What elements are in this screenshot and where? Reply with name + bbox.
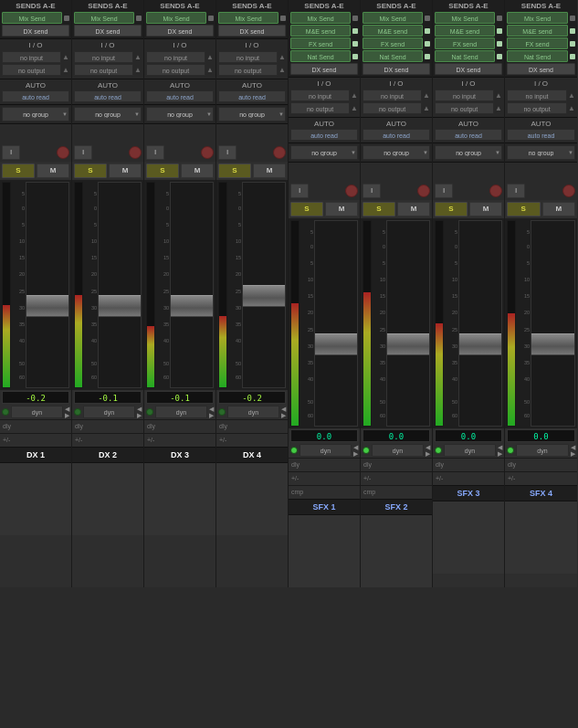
io-output-arrow[interactable]: ▲ <box>423 104 430 112</box>
input-btn-sfx3[interactable]: I <box>435 184 453 198</box>
send-btn-0-sfx1[interactable]: Mix Send <box>290 12 351 24</box>
rec-btn-dx3[interactable] <box>201 146 214 159</box>
dx-send-btn-sfx3[interactable]: DX send <box>435 63 502 75</box>
io-input-btn-sfx2[interactable]: no input <box>363 90 422 101</box>
io-output-btn-dx3[interactable]: no output <box>146 64 205 76</box>
io-input-arrow[interactable]: ▲ <box>351 91 358 100</box>
send-btn-2-sfx3[interactable]: FX send <box>435 37 495 49</box>
fader-knob-sfx1[interactable] <box>315 333 357 355</box>
fader-knob-sfx4[interactable] <box>531 333 574 355</box>
group-select-dx1[interactable]: no group <box>2 107 69 121</box>
mute-btn-dx4[interactable]: M <box>253 164 286 178</box>
dyn-arrow-down-dx1[interactable]: ▶ <box>65 413 69 418</box>
solo-btn-sfx3[interactable]: S <box>435 202 468 216</box>
io-input-arrow[interactable]: ▲ <box>568 91 575 100</box>
dyn-arrow-down-sfx3[interactable]: ▶ <box>498 451 502 457</box>
group-select-sfx4[interactable]: no group <box>507 145 575 160</box>
send-btn-3-sfx2[interactable]: Nat Send <box>363 50 423 62</box>
io-output-arrow[interactable]: ▲ <box>206 66 214 74</box>
dyn-arrow-up-dx2[interactable]: ◀ <box>137 406 142 412</box>
solo-btn-dx1[interactable]: S <box>2 164 35 178</box>
dyn-arrow-up-sfx3[interactable]: ◀ <box>498 445 502 450</box>
dyn-arrow-down-dx4[interactable]: ▶ <box>281 413 286 418</box>
fader-sfx3[interactable] <box>458 220 502 427</box>
io-input-arrow[interactable]: ▲ <box>206 53 214 61</box>
group-select-sfx2[interactable]: no group <box>363 145 430 160</box>
send-btn-2-sfx1[interactable]: FX send <box>290 37 351 49</box>
send-btn-0-sfx3[interactable]: Mix Send <box>435 12 495 24</box>
dx-send-btn-sfx2[interactable]: DX send <box>363 63 430 75</box>
io-input-arrow[interactable]: ▲ <box>423 91 430 100</box>
io-output-arrow[interactable]: ▲ <box>278 66 286 74</box>
fader-knob-dx2[interactable] <box>99 295 141 317</box>
dx-send-btn-dx3[interactable]: DX send <box>146 25 214 37</box>
input-btn-sfx4[interactable]: I <box>507 184 525 198</box>
input-btn-sfx1[interactable]: I <box>290 184 309 198</box>
io-input-btn-sfx3[interactable]: no input <box>435 90 494 101</box>
send-btn-1-sfx2[interactable]: M&E send <box>363 25 423 37</box>
fader-knob-dx4[interactable] <box>243 285 285 307</box>
auto-mode-btn-dx4[interactable]: auto read <box>218 90 286 102</box>
solo-btn-dx2[interactable]: S <box>74 164 107 178</box>
io-input-btn-sfx4[interactable]: no input <box>507 90 567 101</box>
fader-sfx1[interactable] <box>314 220 358 427</box>
send-btn-2-sfx4[interactable]: FX send <box>507 37 568 49</box>
rec-btn-sfx1[interactable] <box>345 185 358 197</box>
group-select-dx2[interactable]: no group <box>74 107 142 121</box>
input-btn-dx1[interactable]: I <box>2 145 20 160</box>
dyn-arrow-down-dx3[interactable]: ▶ <box>209 413 214 418</box>
rec-btn-dx4[interactable] <box>273 146 286 159</box>
fader-knob-dx3[interactable] <box>171 295 213 317</box>
mute-btn-sfx3[interactable]: M <box>469 202 502 216</box>
input-btn-dx2[interactable]: I <box>74 145 92 160</box>
rec-btn-sfx4[interactable] <box>562 185 575 197</box>
io-output-arrow[interactable]: ▲ <box>568 104 575 112</box>
auto-mode-btn-sfx3[interactable]: auto read <box>435 129 502 141</box>
io-output-btn-sfx2[interactable]: no output <box>363 102 422 114</box>
io-output-btn-sfx1[interactable]: no output <box>290 102 350 114</box>
fader-knob-sfx2[interactable] <box>387 333 429 355</box>
dyn-arrow-up-sfx2[interactable]: ◀ <box>426 445 430 450</box>
io-input-btn-dx2[interactable]: no input <box>74 51 133 63</box>
rec-btn-sfx3[interactable] <box>489 185 502 197</box>
dx-send-btn-sfx1[interactable]: DX send <box>290 63 358 75</box>
send-btn-0-dx2[interactable]: Mix Send <box>74 12 134 24</box>
solo-btn-sfx4[interactable]: S <box>507 202 541 216</box>
io-output-arrow[interactable]: ▲ <box>495 104 502 112</box>
group-select-sfx3[interactable]: no group <box>435 145 502 160</box>
mute-btn-dx1[interactable]: M <box>37 164 69 178</box>
send-btn-0-dx4[interactable]: Mix Send <box>218 12 278 24</box>
dyn-btn-sfx2[interactable]: dyn <box>372 444 424 457</box>
mute-btn-dx3[interactable]: M <box>181 164 214 178</box>
input-btn-sfx2[interactable]: I <box>363 184 381 198</box>
send-btn-3-sfx1[interactable]: Nat Send <box>290 50 351 62</box>
send-btn-3-sfx3[interactable]: Nat Send <box>435 50 495 62</box>
dx-send-btn-dx1[interactable]: DX send <box>2 25 69 37</box>
auto-mode-btn-sfx1[interactable]: auto read <box>290 129 358 141</box>
dx-send-btn-sfx4[interactable]: DX send <box>507 63 575 75</box>
dyn-btn-dx3[interactable]: dyn <box>155 406 207 418</box>
dx-send-btn-dx2[interactable]: DX send <box>74 25 142 37</box>
dyn-arrow-down-sfx2[interactable]: ▶ <box>426 451 430 457</box>
send-btn-3-sfx4[interactable]: Nat Send <box>507 50 568 62</box>
io-output-arrow[interactable]: ▲ <box>351 104 358 112</box>
send-btn-1-sfx1[interactable]: M&E send <box>290 25 351 37</box>
dyn-arrow-up-sfx1[interactable]: ◀ <box>353 445 358 450</box>
input-btn-dx3[interactable]: I <box>146 145 164 160</box>
dyn-btn-sfx4[interactable]: dyn <box>516 444 569 457</box>
send-btn-2-sfx2[interactable]: FX send <box>363 37 423 49</box>
fader-knob-sfx3[interactable] <box>459 333 501 355</box>
send-btn-0-sfx2[interactable]: Mix Send <box>363 12 423 24</box>
io-output-btn-sfx3[interactable]: no output <box>435 102 494 114</box>
group-select-dx4[interactable]: no group <box>218 107 286 121</box>
dyn-btn-sfx3[interactable]: dyn <box>444 444 496 457</box>
dyn-arrow-up-sfx4[interactable]: ◀ <box>571 445 575 450</box>
mute-btn-sfx2[interactable]: M <box>397 202 430 216</box>
io-input-arrow[interactable]: ▲ <box>495 91 502 100</box>
io-input-arrow[interactable]: ▲ <box>278 53 286 61</box>
io-input-btn-dx1[interactable]: no input <box>2 51 61 63</box>
send-btn-0-sfx4[interactable]: Mix Send <box>507 12 568 24</box>
io-input-btn-dx4[interactable]: no input <box>218 51 278 63</box>
solo-btn-dx3[interactable]: S <box>146 164 179 178</box>
rec-btn-sfx2[interactable] <box>417 185 430 197</box>
